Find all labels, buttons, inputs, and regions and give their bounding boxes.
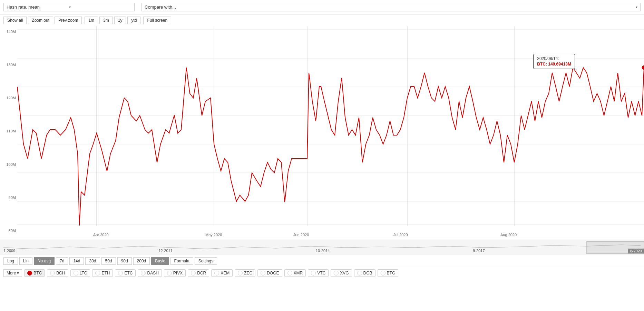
x-label-jun: Jun 2020	[293, 233, 309, 237]
dcr-circle	[191, 271, 196, 275]
nav-label-2011: 12-2011	[158, 249, 172, 253]
compare-arrow: ▾	[636, 5, 637, 9]
coin-doge[interactable]: DOGE	[257, 269, 282, 277]
x-label-jul: Jul 2020	[393, 233, 408, 237]
bch-label: BCH	[56, 271, 65, 275]
ltc-label: LTC	[80, 271, 87, 275]
coin-btg[interactable]: BTG	[378, 269, 399, 277]
eth-circle	[95, 271, 100, 275]
ltc-circle	[74, 271, 78, 275]
90d-button[interactable]: 90d	[117, 257, 132, 265]
30d-button[interactable]: 30d	[85, 257, 100, 265]
coin-pivx[interactable]: PIVX	[164, 269, 186, 277]
coin-etc[interactable]: ETC	[115, 269, 136, 277]
compare-dropdown[interactable]: Compare with... ▾	[142, 3, 641, 11]
nav-labels: 1-2009 12-2011 10-2014 9-2017 8-2020	[3, 249, 644, 253]
x-label-aug: Aug 2020	[500, 233, 517, 237]
y-label-140: 140M	[0, 30, 16, 34]
coin-dash[interactable]: DASH	[138, 269, 162, 277]
y-label-120: 120M	[0, 96, 16, 100]
metric-label: Hash rate, mean	[7, 4, 69, 10]
more-button[interactable]: More ▾	[3, 269, 22, 277]
compare-label: Compare with...	[145, 4, 176, 10]
3m-button[interactable]: 3m	[99, 17, 113, 24]
xmr-circle	[287, 271, 292, 275]
dgb-label: DGB	[363, 271, 372, 275]
nav-label-2014: 10-2014	[316, 249, 330, 253]
vtc-circle	[311, 271, 316, 275]
show-all-button[interactable]: Show all	[3, 17, 27, 24]
coin-xem[interactable]: XEM	[211, 269, 233, 277]
y-label-110: 110M	[0, 129, 16, 133]
log-button[interactable]: Log	[3, 257, 18, 265]
coin-ltc[interactable]: LTC	[70, 269, 90, 277]
y-label-100: 100M	[0, 162, 16, 167]
x-label-may: May 2020	[205, 233, 222, 237]
14d-button[interactable]: 14d	[69, 257, 84, 265]
tooltip-value: BTC: 140.69413M	[537, 62, 571, 67]
50d-button[interactable]: 50d	[101, 257, 116, 265]
nav-label-2017: 9-2017	[473, 249, 485, 253]
xvg-label: XVG	[340, 271, 349, 275]
coin-eth[interactable]: ETH	[92, 269, 113, 277]
pivx-label: PIVX	[173, 271, 183, 275]
coin-dcr[interactable]: DCR	[188, 269, 209, 277]
tooltip: 2020/08/14: BTC: 140.69413M	[533, 54, 575, 69]
btg-circle	[381, 271, 386, 275]
coin-xvg[interactable]: XVG	[331, 269, 352, 277]
svg-point-13	[642, 66, 644, 70]
nav-label-2009: 1-2009	[3, 249, 15, 253]
tooltip-date: 2020/08/14:	[537, 56, 571, 61]
etc-label: ETC	[124, 271, 133, 275]
formula-button[interactable]: Formula	[170, 257, 193, 265]
coin-btc[interactable]: BTC	[24, 269, 45, 277]
zec-label: ZEC	[244, 271, 252, 275]
xem-label: XEM	[221, 271, 230, 275]
btc-circle	[27, 271, 32, 275]
etc-circle	[118, 271, 123, 275]
1y-button[interactable]: 1y	[114, 17, 126, 24]
basic-button[interactable]: Basic	[151, 257, 169, 265]
1m-button[interactable]: 1m	[85, 17, 98, 24]
xvg-circle	[334, 271, 339, 275]
settings-button[interactable]: Settings	[195, 257, 217, 265]
lin-button[interactable]: Lin	[19, 257, 32, 265]
zoom-controls: Show all Zoom out Prev zoom 1m 3m 1y ytd…	[0, 14, 644, 26]
chart-area: 2020/08/14: BTC: 140.69413M 140M 130M 12…	[0, 26, 644, 240]
dgb-circle	[357, 271, 362, 275]
200d-button[interactable]: 200d	[133, 257, 150, 265]
top-controls: Hash rate, mean ▾ Compare with... ▾	[0, 0, 644, 14]
y-label-80: 80M	[0, 229, 16, 233]
eth-label: ETH	[101, 271, 110, 275]
metric-dropdown[interactable]: Hash rate, mean ▾	[3, 3, 135, 11]
coin-bch[interactable]: BCH	[47, 269, 68, 277]
coin-vtc[interactable]: VTC	[308, 269, 329, 277]
nav-label-2020: 8-2020	[628, 249, 644, 253]
metric-arrow: ▾	[69, 5, 131, 9]
7d-button[interactable]: 7d	[56, 257, 68, 265]
no-avg-button[interactable]: No avg	[34, 257, 55, 265]
y-axis: 140M 130M 120M 110M 100M 90M 80M	[0, 26, 17, 240]
doge-label: DOGE	[267, 271, 279, 275]
more-label: More	[7, 271, 16, 275]
y-label-90: 90M	[0, 195, 16, 200]
coin-dgb[interactable]: DGB	[354, 269, 375, 277]
bch-circle	[50, 271, 55, 275]
y-label-130: 130M	[0, 63, 16, 67]
vtc-label: VTC	[317, 271, 325, 275]
dash-circle	[141, 271, 146, 275]
xem-circle	[214, 271, 219, 275]
dcr-label: DCR	[197, 271, 206, 275]
fullscreen-button[interactable]: Full screen	[143, 17, 171, 24]
pivx-circle	[167, 271, 172, 275]
navigator-bar: 1-2009 12-2011 10-2014 9-2017 8-2020	[0, 240, 644, 255]
ytd-button[interactable]: ytd	[127, 17, 140, 24]
coin-zec[interactable]: ZEC	[235, 269, 255, 277]
prev-zoom-button[interactable]: Prev zoom	[55, 17, 82, 24]
analysis-controls: Log Lin No avg 7d 14d 30d 50d 90d 200d B…	[0, 255, 644, 267]
x-axis: Apr 2020 May 2020 Jun 2020 Jul 2020 Aug …	[17, 230, 644, 240]
coin-bar: More ▾ BTC BCH LTC ETH ETC DASH PIVX DCR…	[0, 267, 644, 279]
x-label-apr: Apr 2020	[93, 233, 109, 237]
coin-xmr[interactable]: XMR	[284, 269, 306, 277]
zoom-out-button[interactable]: Zoom out	[28, 17, 53, 24]
